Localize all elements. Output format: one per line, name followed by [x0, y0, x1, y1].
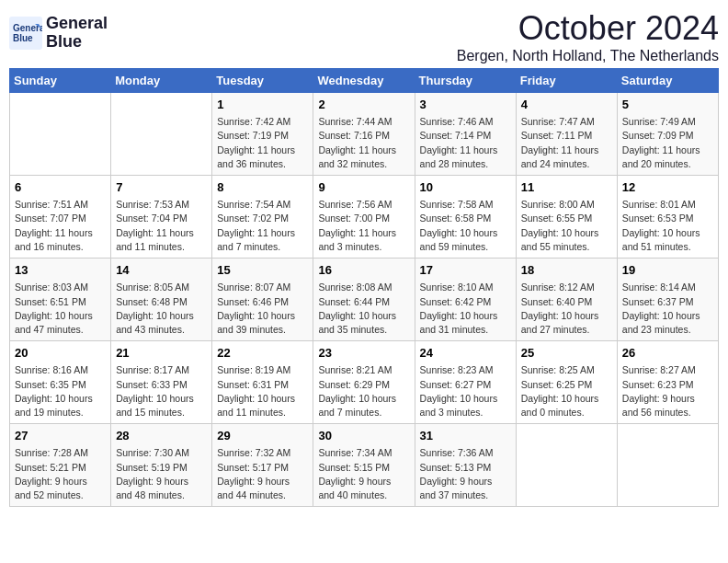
- day-info: Sunrise: 7:32 AM Sunset: 5:17 PM Dayligh…: [217, 446, 308, 502]
- calendar-cell: 1Sunrise: 7:42 AM Sunset: 7:19 PM Daylig…: [212, 93, 313, 176]
- day-number: 30: [318, 428, 409, 444]
- logo: General Blue General Blue: [9, 15, 108, 52]
- day-info: Sunrise: 7:51 AM Sunset: 7:07 PM Dayligh…: [15, 198, 106, 254]
- day-number: 19: [622, 262, 713, 279]
- calendar-cell: 25Sunrise: 8:25 AM Sunset: 6:25 PM Dayli…: [516, 341, 617, 424]
- calendar-cell: 5Sunrise: 7:49 AM Sunset: 7:09 PM Daylig…: [617, 93, 718, 176]
- calendar-cell: 2Sunrise: 7:44 AM Sunset: 7:16 PM Daylig…: [313, 93, 415, 176]
- day-info: Sunrise: 8:01 AM Sunset: 6:53 PM Dayligh…: [622, 198, 713, 254]
- calendar-week-row: 6Sunrise: 7:51 AM Sunset: 7:07 PM Daylig…: [10, 176, 719, 259]
- calendar-cell: 26Sunrise: 8:27 AM Sunset: 6:23 PM Dayli…: [617, 341, 718, 424]
- day-number: 25: [521, 345, 612, 362]
- day-number: 1: [217, 97, 308, 113]
- calendar-cell: 7Sunrise: 7:53 AM Sunset: 7:04 PM Daylig…: [111, 176, 212, 259]
- weekday-header-friday: Friday: [516, 69, 617, 93]
- day-info: Sunrise: 7:36 AM Sunset: 5:13 PM Dayligh…: [420, 446, 511, 502]
- calendar-week-row: 1Sunrise: 7:42 AM Sunset: 7:19 PM Daylig…: [10, 93, 719, 176]
- day-number: 18: [521, 262, 612, 279]
- calendar-cell: 24Sunrise: 8:23 AM Sunset: 6:27 PM Dayli…: [415, 341, 516, 424]
- logo-text-line1: General: [46, 15, 108, 33]
- calendar-cell: [111, 93, 212, 176]
- weekday-header-thursday: Thursday: [415, 69, 516, 93]
- day-number: 2: [318, 97, 409, 113]
- calendar-cell: [516, 424, 617, 507]
- weekday-header-tuesday: Tuesday: [212, 69, 313, 93]
- calendar-cell: 18Sunrise: 8:12 AM Sunset: 6:40 PM Dayli…: [516, 259, 617, 341]
- day-info: Sunrise: 7:47 AM Sunset: 7:11 PM Dayligh…: [521, 115, 612, 171]
- day-info: Sunrise: 8:08 AM Sunset: 6:44 PM Dayligh…: [318, 281, 409, 337]
- day-number: 17: [420, 262, 511, 279]
- weekday-header-saturday: Saturday: [617, 69, 718, 93]
- day-info: Sunrise: 8:23 AM Sunset: 6:27 PM Dayligh…: [420, 363, 511, 419]
- svg-text:Blue: Blue: [13, 33, 33, 43]
- day-info: Sunrise: 7:49 AM Sunset: 7:09 PM Dayligh…: [622, 115, 713, 171]
- day-info: Sunrise: 8:03 AM Sunset: 6:51 PM Dayligh…: [15, 281, 106, 337]
- day-info: Sunrise: 7:42 AM Sunset: 7:19 PM Dayligh…: [217, 115, 308, 171]
- calendar-cell: [617, 424, 718, 507]
- day-number: 24: [420, 345, 511, 362]
- day-info: Sunrise: 7:53 AM Sunset: 7:04 PM Dayligh…: [116, 198, 207, 254]
- day-number: 5: [622, 97, 713, 113]
- day-number: 8: [217, 179, 308, 196]
- calendar-cell: 12Sunrise: 8:01 AM Sunset: 6:53 PM Dayli…: [617, 176, 718, 259]
- day-info: Sunrise: 7:46 AM Sunset: 7:14 PM Dayligh…: [420, 115, 511, 171]
- calendar-cell: 23Sunrise: 8:21 AM Sunset: 6:29 PM Dayli…: [313, 341, 415, 424]
- calendar-week-row: 20Sunrise: 8:16 AM Sunset: 6:35 PM Dayli…: [10, 341, 719, 424]
- day-number: 21: [116, 345, 207, 362]
- day-info: Sunrise: 8:07 AM Sunset: 6:46 PM Dayligh…: [217, 281, 308, 337]
- calendar-cell: 30Sunrise: 7:34 AM Sunset: 5:15 PM Dayli…: [313, 424, 415, 507]
- calendar-cell: 28Sunrise: 7:30 AM Sunset: 5:19 PM Dayli…: [111, 424, 212, 507]
- day-info: Sunrise: 7:54 AM Sunset: 7:02 PM Dayligh…: [217, 198, 308, 254]
- weekday-header-wednesday: Wednesday: [313, 69, 415, 93]
- calendar-cell: 8Sunrise: 7:54 AM Sunset: 7:02 PM Daylig…: [212, 176, 313, 259]
- title-area: October 2024 Bergen, North Holland, The …: [457, 9, 719, 64]
- calendar-cell: 3Sunrise: 7:46 AM Sunset: 7:14 PM Daylig…: [415, 93, 516, 176]
- day-number: 16: [318, 262, 409, 279]
- calendar-cell: 6Sunrise: 7:51 AM Sunset: 7:07 PM Daylig…: [10, 176, 111, 259]
- day-number: 7: [116, 179, 207, 196]
- day-info: Sunrise: 7:34 AM Sunset: 5:15 PM Dayligh…: [318, 446, 409, 502]
- calendar-cell: 10Sunrise: 7:58 AM Sunset: 6:58 PM Dayli…: [415, 176, 516, 259]
- calendar-week-row: 13Sunrise: 8:03 AM Sunset: 6:51 PM Dayli…: [10, 259, 719, 341]
- weekday-header-monday: Monday: [111, 69, 212, 93]
- day-info: Sunrise: 8:12 AM Sunset: 6:40 PM Dayligh…: [521, 281, 612, 337]
- day-number: 9: [318, 179, 409, 196]
- day-info: Sunrise: 8:27 AM Sunset: 6:23 PM Dayligh…: [622, 363, 713, 419]
- calendar-cell: 29Sunrise: 7:32 AM Sunset: 5:17 PM Dayli…: [212, 424, 313, 507]
- day-info: Sunrise: 8:25 AM Sunset: 6:25 PM Dayligh…: [521, 363, 612, 419]
- weekday-header-row: SundayMondayTuesdayWednesdayThursdayFrid…: [10, 69, 719, 93]
- day-number: 27: [15, 428, 106, 444]
- calendar-cell: 20Sunrise: 8:16 AM Sunset: 6:35 PM Dayli…: [10, 341, 111, 424]
- day-info: Sunrise: 8:19 AM Sunset: 6:31 PM Dayligh…: [217, 363, 308, 419]
- day-number: 10: [420, 179, 511, 196]
- day-number: 23: [318, 345, 409, 362]
- day-number: 3: [420, 97, 511, 113]
- calendar-cell: [10, 93, 111, 176]
- day-number: 6: [15, 179, 106, 196]
- calendar-cell: 27Sunrise: 7:28 AM Sunset: 5:21 PM Dayli…: [10, 424, 111, 507]
- day-info: Sunrise: 8:21 AM Sunset: 6:29 PM Dayligh…: [318, 363, 409, 419]
- day-number: 14: [116, 262, 207, 279]
- calendar-cell: 9Sunrise: 7:56 AM Sunset: 7:00 PM Daylig…: [313, 176, 415, 259]
- calendar-cell: 22Sunrise: 8:19 AM Sunset: 6:31 PM Dayli…: [212, 341, 313, 424]
- day-number: 20: [15, 345, 106, 362]
- day-number: 29: [217, 428, 308, 444]
- day-info: Sunrise: 7:44 AM Sunset: 7:16 PM Dayligh…: [318, 115, 409, 171]
- weekday-header-sunday: Sunday: [10, 69, 111, 93]
- day-number: 12: [622, 179, 713, 196]
- day-number: 22: [217, 345, 308, 362]
- calendar-cell: 17Sunrise: 8:10 AM Sunset: 6:42 PM Dayli…: [415, 259, 516, 341]
- page-header: General Blue General Blue October 2024 B…: [9, 9, 719, 64]
- location-title: Bergen, North Holland, The Netherlands: [457, 48, 719, 64]
- day-info: Sunrise: 7:30 AM Sunset: 5:19 PM Dayligh…: [116, 446, 207, 502]
- day-info: Sunrise: 8:17 AM Sunset: 6:33 PM Dayligh…: [116, 363, 207, 419]
- calendar-week-row: 27Sunrise: 7:28 AM Sunset: 5:21 PM Dayli…: [10, 424, 719, 507]
- day-info: Sunrise: 7:56 AM Sunset: 7:00 PM Dayligh…: [318, 198, 409, 254]
- day-info: Sunrise: 8:00 AM Sunset: 6:55 PM Dayligh…: [521, 198, 612, 254]
- day-number: 26: [622, 345, 713, 362]
- day-number: 11: [521, 179, 612, 196]
- calendar-cell: 14Sunrise: 8:05 AM Sunset: 6:48 PM Dayli…: [111, 259, 212, 341]
- calendar-cell: 15Sunrise: 8:07 AM Sunset: 6:46 PM Dayli…: [212, 259, 313, 341]
- calendar-table: SundayMondayTuesdayWednesdayThursdayFrid…: [9, 68, 719, 507]
- calendar-cell: 19Sunrise: 8:14 AM Sunset: 6:37 PM Dayli…: [617, 259, 718, 341]
